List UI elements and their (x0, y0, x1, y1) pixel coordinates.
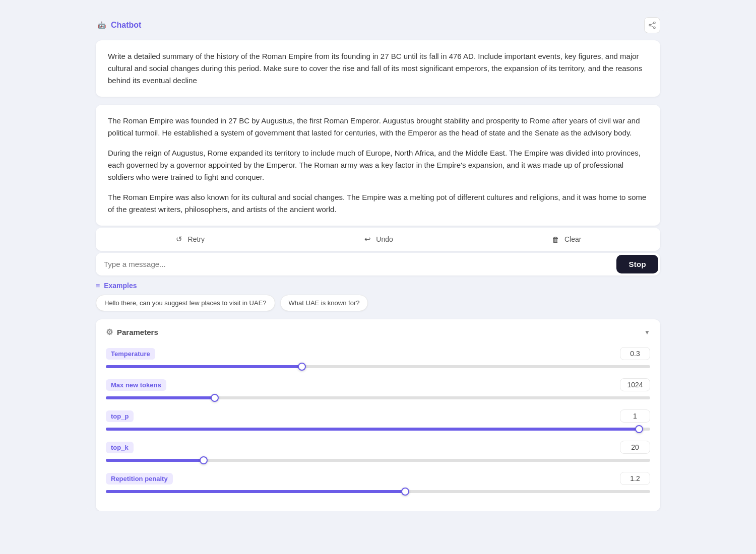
max-tokens-value: 1024 (620, 378, 650, 391)
top-k-label: top_k (106, 442, 134, 453)
param-repetition-penalty: Repetition penalty 1.2 (106, 472, 650, 493)
chat-area: Write a detailed summary of the history … (86, 40, 670, 226)
parameters-title: ⚙ Parameters (106, 327, 158, 337)
example-chip-1[interactable]: What UAE is known for? (280, 295, 368, 311)
svg-point-0 (654, 22, 656, 24)
retry-button[interactable]: ↺ Retry (96, 228, 284, 251)
chatbot-icon: 🤖 (96, 20, 107, 31)
retry-icon: ↺ (175, 235, 184, 244)
clear-icon: 🗑 (551, 235, 560, 244)
svg-point-1 (654, 27, 656, 29)
temperature-label: Temperature (106, 348, 155, 360)
repetition-penalty-label: Repetition penalty (106, 473, 173, 484)
max-tokens-label: Max new tokens (106, 379, 166, 391)
undo-button[interactable]: ↩ Undo (284, 228, 473, 251)
top-p-value: 1 (620, 409, 650, 423)
user-message: Write a detailed summary of the history … (96, 40, 660, 97)
param-top-k: top_k 20 (106, 441, 650, 462)
repetition-penalty-slider[interactable] (106, 490, 650, 493)
clear-button[interactable]: 🗑 Clear (472, 228, 660, 251)
top-p-label: top_p (106, 410, 134, 422)
share-icon (649, 22, 656, 29)
collapse-arrow-icon: ▼ (644, 329, 650, 336)
gear-icon: ⚙ (106, 327, 113, 337)
top-k-slider[interactable] (106, 459, 650, 462)
max-tokens-slider[interactable] (106, 396, 650, 399)
stop-button[interactable]: Stop (616, 255, 658, 273)
svg-point-2 (649, 24, 651, 26)
parameters-header[interactable]: ⚙ Parameters ▼ (106, 327, 650, 337)
action-buttons: ↺ Retry ↩ Undo 🗑 Clear (96, 228, 660, 251)
examples-icon: ≡ (96, 282, 100, 290)
param-top-p: top_p 1 (106, 409, 650, 431)
top-k-value: 20 (620, 441, 650, 454)
undo-icon: ↩ (363, 235, 372, 244)
input-area: Stop (96, 253, 660, 275)
param-temperature: Temperature 0.3 (106, 347, 650, 368)
share-button[interactable] (644, 17, 660, 33)
param-max-tokens: Max new tokens 1024 (106, 378, 650, 399)
chatbot-title: 🤖 Chatbot (96, 20, 141, 31)
repetition-penalty-value: 1.2 (620, 472, 650, 485)
message-input[interactable] (104, 255, 616, 273)
examples-section: ≡ Examples Hello there, can you suggest … (86, 278, 670, 311)
temperature-value: 0.3 (620, 347, 650, 360)
top-p-slider[interactable] (106, 428, 650, 431)
examples-list: Hello there, can you suggest few places … (96, 295, 660, 311)
svg-line-4 (651, 26, 654, 27)
header: 🤖 Chatbot (86, 10, 670, 40)
temperature-slider[interactable] (106, 365, 650, 368)
examples-header: ≡ Examples (96, 282, 660, 290)
svg-line-3 (651, 23, 654, 25)
example-chip-0[interactable]: Hello there, can you suggest few places … (96, 295, 275, 311)
bot-message: The Roman Empire was founded in 27 BC by… (96, 105, 660, 226)
parameters-section: ⚙ Parameters ▼ Temperature 0.3 Max new t… (96, 319, 660, 511)
